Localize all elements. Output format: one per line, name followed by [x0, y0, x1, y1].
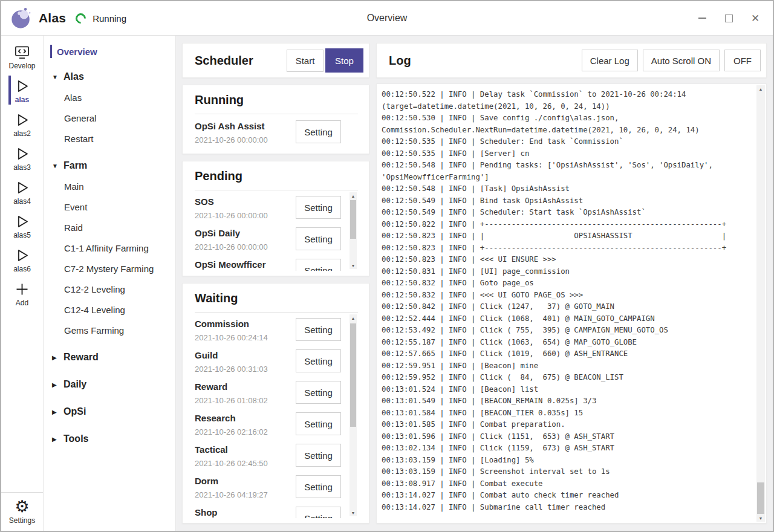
setting-button[interactable]: Setting: [296, 475, 341, 498]
clear-log-button[interactable]: Clear Log: [582, 50, 638, 71]
sidebar-item-c12-2-leveling[interactable]: C12-2 Leveling: [44, 279, 175, 299]
log-line: 00:12:50.530 | INFO | Save config ./conf…: [382, 112, 750, 125]
maximize-button[interactable]: [723, 13, 734, 24]
task-name: Shop: [195, 507, 218, 518]
rail-item-alas4[interactable]: alas4: [8, 175, 35, 209]
titlebar: Alas Running Overview ✕: [1, 1, 773, 36]
setting-button[interactable]: Setting: [296, 507, 341, 518]
waiting-list-wrap: Commission2021-10-26 00:24:14SettingGuil…: [195, 313, 358, 518]
rail-item-develop[interactable]: Develop: [8, 39, 35, 73]
task-name: Commission: [195, 318, 268, 330]
sidebar-item-c1-1-affinity-farming[interactable]: C1-1 Affinity Farming: [44, 238, 175, 258]
log-line: 00:13:01.549 | INFO | [BEACON_REMAIN 0.0…: [382, 395, 750, 407]
log-line: 00:12:50.822 | INFO | +-----------------…: [382, 219, 750, 231]
log-scrollbar[interactable]: ▲ ▼: [756, 85, 765, 522]
minimize-button[interactable]: [697, 13, 707, 24]
task-row-research: Research2021-10-26 02:16:02Setting: [195, 407, 341, 438]
start-button[interactable]: Start: [287, 50, 324, 72]
log-line: 00:12:50.535 | INFO | [Server] cn: [382, 148, 750, 160]
setting-button[interactable]: Setting: [296, 120, 341, 143]
log-header-card: Log Clear Log Auto Scroll ON OFF: [376, 43, 767, 78]
rail-item-label: Add: [16, 299, 28, 307]
task-name: OpSi Meowfficer Farming: [195, 259, 296, 271]
task-row-opsi-meowfficer-farming: OpSi Meowfficer FarmingSetting: [195, 253, 341, 271]
scroll-up-arrow[interactable]: ▲: [350, 314, 357, 322]
scroll-up-arrow[interactable]: ▲: [350, 192, 357, 199]
log-line: 00:13:03.159 | INFO | [Loading] 5%: [382, 455, 750, 467]
scroll-down-arrow[interactable]: ▼: [756, 514, 765, 522]
sidebar-item-overview[interactable]: Overview: [44, 43, 175, 60]
sidebar-item-event[interactable]: Event: [44, 196, 175, 217]
pending-card: Pending SOS2021-10-26 00:00:00SettingOpS…: [182, 161, 369, 276]
sidebar-item-restart[interactable]: Restart: [44, 128, 175, 149]
scroll-down-arrow[interactable]: ▼: [350, 262, 357, 269]
play-icon: [14, 77, 30, 94]
scroll-down-arrow[interactable]: ▼: [350, 509, 357, 516]
task-name: OpSi Ash Assist: [195, 120, 268, 132]
chevron-right-icon: ▶: [52, 409, 63, 415]
rail-item-settings[interactable]: ⚙ Settings: [1, 492, 43, 531]
log-line: 00:13:02.134 | INFO | Click (1159, 673) …: [382, 443, 750, 455]
auto-scroll-off-button[interactable]: OFF: [724, 50, 761, 71]
sidebar-group-farm[interactable]: ▼Farm: [44, 155, 175, 176]
auto-scroll-on-button[interactable]: Auto Scroll ON: [643, 50, 720, 71]
scroll-thumb[interactable]: [757, 482, 764, 514]
sidebar-group-opsi[interactable]: ▶OpSi: [44, 401, 175, 422]
task-row-sos: SOS2021-10-26 00:00:00Setting: [195, 190, 341, 222]
setting-button[interactable]: Setting: [296, 196, 341, 219]
log-line: (target=datetime.datetime(2021, 10, 26, …: [382, 101, 750, 113]
sidebar-item-general[interactable]: General: [44, 108, 175, 128]
waiting-scrollbar[interactable]: ▲ ▼: [350, 314, 357, 516]
scroll-thumb[interactable]: [350, 323, 356, 427]
setting-button[interactable]: Setting: [296, 227, 341, 250]
task-next-run-time: 2021-10-26 00:00:00: [195, 135, 268, 144]
log-panel: 00:12:50.522 | INFO | Delay task `Commis…: [376, 83, 767, 524]
setting-button[interactable]: Setting: [296, 349, 341, 372]
rail-item-alas3[interactable]: alas3: [8, 141, 35, 175]
app-title: Alas: [39, 11, 66, 25]
chevron-down-icon: ▼: [52, 74, 63, 80]
sidebar-group-alas[interactable]: ▼Alas: [44, 66, 175, 87]
sidebar-item-raid[interactable]: Raid: [44, 217, 175, 238]
task-row-commission: Commission2021-10-26 00:24:14Setting: [195, 313, 341, 344]
rail-item-alas[interactable]: alas: [8, 73, 35, 107]
scroll-up-arrow[interactable]: ▲: [756, 85, 765, 92]
log-line: 00:12:50.549 | INFO | Bind task OpsiAshA…: [382, 195, 750, 207]
develop-icon: [14, 44, 30, 60]
log-line: 00:13:01.584 | INFO | [BEACON_TIER 0.035…: [382, 407, 750, 420]
app-window: Alas Running Overview ✕ Developalasalas2…: [0, 0, 774, 532]
sidebar-group-reward[interactable]: ▶Reward: [44, 347, 175, 368]
task-next-run-time: 2021-10-26 04:19:27: [195, 490, 268, 499]
scheduler-title: Scheduler: [195, 54, 253, 68]
sidebar-group-tools[interactable]: ▶Tools: [44, 429, 175, 449]
sidebar-item-c7-2-mystery-farming[interactable]: C7-2 Mystery Farming: [44, 258, 175, 279]
sidebar-group-daily[interactable]: ▶Daily: [44, 374, 175, 395]
sidebar-group-label: Daily: [63, 379, 86, 390]
stop-button[interactable]: Stop: [325, 48, 363, 73]
task-name: Guild: [195, 349, 268, 362]
setting-button[interactable]: Setting: [296, 381, 341, 404]
scroll-thumb[interactable]: [350, 200, 356, 239]
rail-item-alas2[interactable]: alas2: [8, 107, 35, 141]
setting-button[interactable]: Setting: [296, 259, 341, 271]
maximize-icon: [725, 15, 733, 22]
setting-button[interactable]: Setting: [296, 318, 341, 341]
sidebar-item-c12-4-leveling[interactable]: C12-4 Leveling: [44, 299, 175, 320]
rail-item-alas6[interactable]: alas6: [8, 242, 35, 276]
close-button[interactable]: ✕: [750, 13, 761, 24]
sidebar-item-main[interactable]: Main: [44, 176, 175, 196]
setting-button[interactable]: Setting: [296, 444, 341, 467]
pending-scrollbar[interactable]: ▲ ▼: [350, 192, 357, 269]
plus-icon: [14, 281, 30, 297]
log-line: 00:12:50.823 | INFO | +-----------------…: [382, 242, 750, 255]
rail-item-alas5[interactable]: alas5: [8, 209, 35, 242]
sidebar-item-gems-farming[interactable]: Gems Farming: [44, 320, 175, 340]
scheduler-card: Scheduler Start Stop: [182, 43, 369, 78]
log-line: 'OpsiMeowfficerFarming']: [382, 172, 750, 184]
task-row-opsi-ash-assist: OpSi Ash Assist2021-10-26 00:00:00Settin…: [195, 114, 341, 146]
play-icon: [14, 145, 30, 162]
log-line: 00:12:50.823 | INFO | | OPSIASHASSIST |: [382, 230, 750, 242]
sidebar-item-alas[interactable]: Alas: [44, 87, 175, 108]
rail-item-add[interactable]: Add: [8, 276, 35, 310]
setting-button[interactable]: Setting: [296, 412, 341, 435]
